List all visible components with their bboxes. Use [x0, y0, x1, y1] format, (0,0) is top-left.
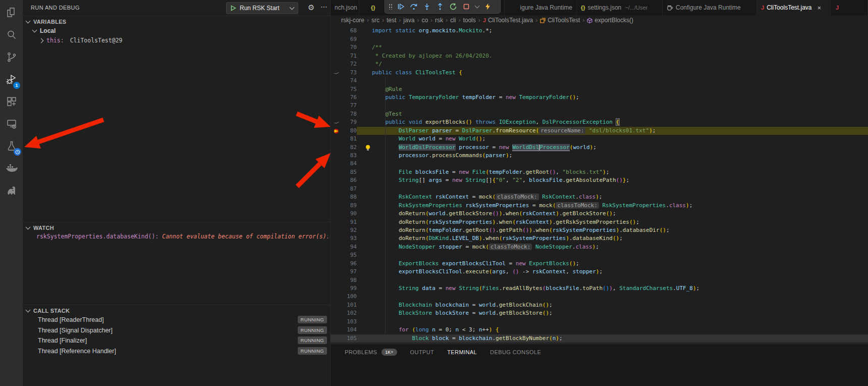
line-number[interactable]: 88 — [343, 193, 357, 201]
code-line[interactable]: 89 RskSystemProperties rskSystemProperti… — [331, 202, 868, 210]
breakpoint-current-line-marker[interactable] — [331, 127, 343, 135]
code-line[interactable]: 70/** — [331, 43, 868, 52]
line-number[interactable]: 71 — [343, 52, 357, 60]
breadcrumb-item[interactable]: rskj-core — [341, 17, 364, 24]
line-number[interactable]: 79 — [343, 118, 357, 126]
more-actions-icon[interactable]: ⋯ — [320, 3, 328, 11]
watch-expression-row[interactable]: rskSystemProperties.databaseKind(): Cann… — [36, 233, 328, 242]
code-line[interactable]: 99 String data = new String(Files.readAl… — [331, 284, 868, 293]
line-number[interactable]: 85 — [343, 168, 357, 176]
watch-section-header[interactable]: WATCH — [23, 223, 330, 232]
breadcrumb-item[interactable]: co — [421, 17, 428, 24]
line-number[interactable]: 78 — [343, 110, 357, 118]
line-number[interactable]: 93 — [343, 234, 357, 243]
code-line[interactable]: 87 — [331, 185, 868, 193]
line-number[interactable]: 105 — [343, 334, 357, 343]
extensions-icon[interactable] — [0, 93, 23, 110]
breadcrumb-item[interactable]: exportBlocks() — [587, 17, 633, 24]
line-number[interactable]: 70 — [343, 43, 357, 52]
stop-icon[interactable] — [461, 2, 471, 12]
code-line[interactable]: 102 BlockStore blockStore = world.getBlo… — [331, 309, 868, 317]
lightbulb-icon[interactable] — [365, 144, 371, 151]
gear-icon[interactable]: ⚙ — [308, 3, 314, 12]
line-number[interactable]: 82 — [343, 143, 357, 152]
restart-icon[interactable] — [448, 2, 458, 12]
line-number[interactable]: 77 — [343, 102, 357, 110]
code-line[interactable]: 84 — [331, 160, 868, 168]
line-number[interactable]: 100 — [343, 293, 357, 301]
stop-dropdown-chevron-icon[interactable] — [474, 2, 479, 12]
code-line[interactable]: 78 @Test — [331, 110, 868, 118]
tab-launch-json[interactable]: nch.json — [331, 0, 359, 15]
call-stack-thread-row[interactable]: Thread [ReaderThread]RUNNING — [23, 315, 330, 325]
breadcrumb-item[interactable]: rsk — [435, 17, 443, 24]
remote-explorer-icon[interactable] — [0, 115, 23, 132]
code-line[interactable]: 90 doReturn(world.getBlockStore()).when(… — [331, 210, 868, 218]
code-line[interactable]: 77 — [331, 102, 868, 110]
panel-tab-terminal[interactable]: TERMINAL — [447, 349, 477, 355]
line-number[interactable]: 98 — [343, 276, 357, 284]
hot-code-replace-icon[interactable] — [482, 2, 493, 12]
code-line[interactable]: 80 DslParser parser = DslParser.fromReso… — [331, 127, 868, 135]
code-line[interactable]: 74 — [331, 77, 868, 85]
breadcrumb-item[interactable]: java — [403, 17, 414, 24]
line-number[interactable]: 102 — [343, 309, 357, 317]
line-number[interactable]: 92 — [343, 226, 357, 234]
explorer-icon[interactable] — [0, 4, 23, 21]
code-line[interactable]: 93 doReturn(DbKind.LEVEL_DB).when(rskSys… — [331, 234, 868, 243]
line-number[interactable]: 76 — [343, 93, 357, 102]
code-line[interactable]: 103 — [331, 318, 868, 326]
line-number[interactable]: 96 — [343, 260, 357, 268]
step-out-icon[interactable] — [435, 2, 445, 12]
code-line[interactable]: 81 World world = new World(); — [331, 135, 868, 143]
breakpoint-arrow-icon[interactable] — [333, 128, 340, 134]
call-stack-thread-row[interactable]: Thread [Signal Dispatcher]RUNNING — [23, 325, 330, 336]
breadcrumb-item[interactable]: JCliToolsTest.java — [483, 17, 533, 24]
code-line[interactable]: 96 ExportBlocks exportBlocksCliTool = ne… — [331, 260, 868, 268]
code-line[interactable]: 94 NodeStopper stopper = mock(classToMoc… — [331, 243, 868, 251]
code-line[interactable]: 85 File blocksFile = new File(tempFolder… — [331, 168, 868, 176]
breadcrumb-item[interactable]: test — [387, 17, 396, 24]
line-number[interactable]: 74 — [343, 77, 357, 85]
search-icon[interactable] — [0, 26, 23, 43]
code-line[interactable]: 71 * Created by ajlopez on 26/04/2020. — [331, 52, 868, 60]
testing-icon[interactable] — [0, 137, 23, 155]
variables-section-header[interactable]: VARIABLES — [23, 17, 330, 26]
docker-icon[interactable] — [0, 160, 23, 177]
code-line[interactable]: 105 Block block = blockchain.getBlockByN… — [331, 334, 868, 343]
code-line[interactable]: 101 Blockchain blockchain = world.getBlo… — [331, 301, 868, 309]
line-number[interactable]: 80 — [343, 127, 357, 135]
code-line[interactable]: 91 doReturn(rskSystemProperties).when(rs… — [331, 218, 868, 226]
tab-settings-json[interactable]: {} settings.json ~/.../User — [577, 0, 663, 15]
code-line[interactable]: 98 — [331, 276, 868, 284]
code-line[interactable]: 88 RskContext rskContext = mock(classToM… — [331, 193, 868, 201]
code-line[interactable]: 86 String[] args = new String[]{"0", "2"… — [331, 176, 868, 184]
code-line[interactable]: 68import static org.mockito.Mockito.*; — [331, 27, 868, 35]
line-number[interactable]: 73 — [343, 69, 357, 77]
breadcrumb-item[interactable]: tools — [463, 17, 475, 24]
tab-configure-java-runtime[interactable]: Configure Java Runtime — [663, 0, 757, 15]
fold-icon[interactable]: ) — [332, 120, 341, 126]
tab-configure-java-runtime-partial[interactable]: igure Java Runtime — [505, 0, 577, 15]
line-number[interactable]: 83 — [343, 152, 357, 160]
toolbar-drag-handle-icon[interactable] — [389, 4, 393, 10]
line-number[interactable]: 81 — [343, 135, 357, 143]
code-line[interactable]: 100 — [331, 293, 868, 301]
line-number[interactable]: 86 — [343, 176, 357, 184]
breadcrumb-item[interactable]: src — [371, 17, 379, 24]
call-stack-section-header[interactable]: CALL STACK — [23, 306, 330, 315]
variable-row-this[interactable]: this: CliToolsTest@29 — [23, 36, 330, 45]
tab-java-clipped[interactable]: J — [831, 0, 868, 15]
line-number[interactable]: 94 — [343, 243, 357, 251]
run-and-debug-icon[interactable]: 1 — [0, 71, 23, 88]
code-line[interactable]: 97 exportBlocksCliTool.execute(args, () … — [331, 268, 868, 276]
step-into-icon[interactable] — [422, 2, 432, 12]
call-stack-thread-row[interactable]: Thread [Reference Handler]RUNNING — [23, 346, 330, 357]
code-line[interactable]: 76 public TemporaryFolder tempFolder = n… — [331, 93, 868, 102]
line-number[interactable]: 90 — [343, 210, 357, 218]
line-number[interactable]: 95 — [343, 251, 357, 259]
line-number[interactable]: 89 — [343, 202, 357, 210]
code-line[interactable]: 82 WorldDslProcessor processor = new Wor… — [331, 143, 868, 152]
panel-tab-problems[interactable]: PROBLEMS1K+ — [345, 349, 397, 356]
line-number[interactable]: 75 — [343, 85, 357, 93]
